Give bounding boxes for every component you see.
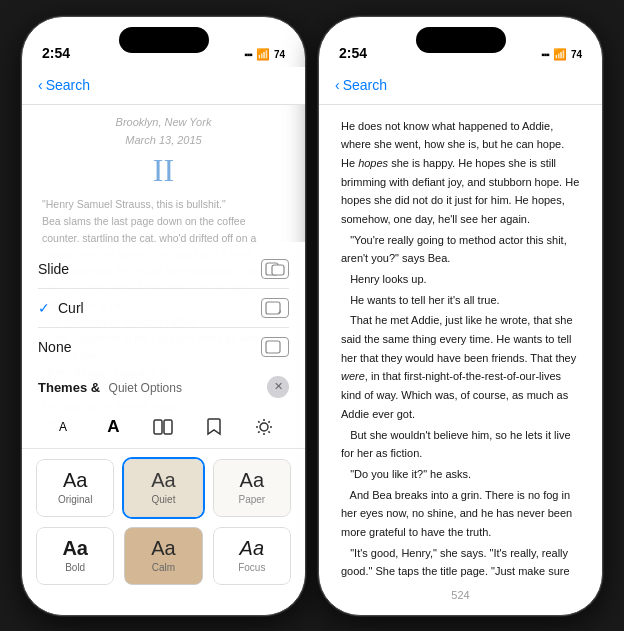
nav-bar-right: ‹ Search (319, 67, 602, 105)
bookmark-icon (207, 418, 221, 436)
none-icon (261, 337, 289, 357)
status-icons-right: ▪▪▪ 📶 74 (541, 48, 582, 61)
right-phone: 2:54 ▪▪▪ 📶 74 ‹ Search He does not know … (318, 16, 603, 616)
right-para-7: "Do you like it?" he asks. (341, 465, 580, 484)
right-para-9: "It's good, Henry," she says. "It's real… (341, 544, 580, 585)
slide-options: Slide ✓ Curl None (22, 250, 305, 366)
theme-bold[interactable]: Aa Bold (34, 525, 116, 587)
signal-icon-right: ▪▪▪ (541, 49, 549, 60)
curl-icon (261, 298, 289, 318)
font-increase-button[interactable]: A (95, 412, 131, 442)
themes-header: Themes & Quiet Options ✕ (22, 372, 305, 406)
themes-title: Themes & (38, 380, 100, 395)
right-para-2: "You're really going to method actor thi… (341, 231, 580, 268)
theme-quiet-aa: Aa (151, 470, 175, 490)
theme-quiet-inner: Aa Quiet (124, 459, 202, 517)
svg-line-13 (268, 421, 269, 422)
back-label-right: Search (343, 77, 387, 93)
theme-paper-aa: Aa (240, 470, 264, 490)
time-right: 2:54 (339, 45, 367, 61)
slide-option-slide[interactable]: Slide (38, 250, 289, 289)
theme-bold-aa: Aa (62, 538, 88, 558)
left-phone: 2:54 ▪▪▪ 📶 74 ‹ Search Brooklyn, New Yor… (21, 16, 306, 616)
theme-focus[interactable]: Aa Focus (211, 525, 293, 587)
columns-button[interactable] (145, 412, 181, 442)
checkmark-icon: ✓ (38, 300, 50, 316)
right-para-5: That he met Addie, just like he wrote, t… (341, 311, 580, 423)
theme-bold-label: Bold (65, 562, 85, 573)
battery-right: 74 (571, 49, 582, 60)
themes-grid: Aa Original Aa Quiet Aa Paper (22, 457, 305, 595)
theme-original[interactable]: Aa Original (34, 457, 116, 519)
back-label-left: Search (46, 77, 90, 93)
bookmark-button[interactable] (196, 412, 232, 442)
theme-original-aa: Aa (63, 470, 87, 490)
theme-calm-label: Calm (152, 562, 175, 573)
brightness-icon (255, 418, 273, 436)
theme-bold-inner: Aa Bold (36, 527, 114, 585)
slide-label: Slide (38, 261, 69, 277)
slide-option-none[interactable]: None (38, 328, 289, 366)
right-para-1: He does not know what happened to Addie,… (341, 117, 580, 229)
theme-quiet[interactable]: Aa Quiet (122, 457, 204, 519)
book-para-1: "Henry Samuel Strauss, this is bullshit.… (42, 196, 285, 213)
right-para-6: But she wouldn't believe him, so he lets… (341, 426, 580, 463)
svg-line-14 (258, 431, 259, 432)
svg-point-6 (260, 423, 268, 431)
back-button-right[interactable]: ‹ Search (335, 77, 387, 93)
theme-calm[interactable]: Aa Calm (122, 525, 204, 587)
back-button-left[interactable]: ‹ Search (38, 77, 90, 93)
quiet-options-subtitle: Quiet Options (109, 381, 182, 395)
svg-rect-3 (266, 341, 280, 353)
slide-option-curl[interactable]: ✓ Curl (38, 289, 289, 328)
theme-calm-aa: Aa (151, 538, 175, 558)
theme-focus-label: Focus (238, 562, 265, 573)
chapter-number: II (42, 153, 285, 188)
font-large-label: A (107, 417, 119, 437)
chevron-left-icon-right: ‹ (335, 77, 340, 93)
svg-line-11 (258, 421, 259, 422)
close-button[interactable]: ✕ (267, 376, 289, 398)
toolbar-row: A A (22, 406, 305, 449)
right-para-3: Henry looks up. (341, 270, 580, 289)
font-decrease-button[interactable]: A (45, 412, 81, 442)
curl-label: Curl (58, 300, 84, 316)
chevron-left-icon: ‹ (38, 77, 43, 93)
svg-rect-2 (266, 302, 280, 314)
brightness-button[interactable] (246, 412, 282, 442)
theme-quiet-label: Quiet (152, 494, 176, 505)
overlay-panel: Slide ✓ Curl None (22, 242, 305, 615)
themes-title-row: Themes & Quiet Options (38, 378, 182, 396)
page-number: 524 (451, 589, 469, 601)
svg-rect-1 (272, 265, 284, 275)
font-small-label: A (59, 420, 67, 434)
signal-icon-left: ▪▪▪ (244, 49, 252, 60)
theme-paper[interactable]: Aa Paper (211, 457, 293, 519)
status-icons-left: ▪▪▪ 📶 74 (244, 48, 285, 61)
right-para-8: And Bea breaks into a grin. There is no … (341, 486, 580, 542)
battery-left: 74 (274, 49, 285, 60)
svg-line-12 (268, 431, 269, 432)
theme-original-label: Original (58, 494, 92, 505)
dynamic-island-right (416, 27, 506, 53)
none-label: None (38, 339, 71, 355)
svg-rect-4 (154, 420, 162, 434)
wifi-icon-right: 📶 (553, 48, 567, 61)
columns-icon (153, 419, 173, 435)
dynamic-island (119, 27, 209, 53)
theme-paper-label: Paper (238, 494, 265, 505)
right-para-4: He wants to tell her it's all true. (341, 291, 580, 310)
theme-focus-aa: Aa (240, 538, 264, 558)
theme-original-inner: Aa Original (36, 459, 114, 517)
theme-calm-inner: Aa Calm (124, 527, 202, 585)
time-left: 2:54 (42, 45, 70, 61)
theme-focus-inner: Aa Focus (213, 527, 291, 585)
right-book-content: He does not know what happened to Addie,… (319, 105, 602, 585)
svg-rect-5 (164, 420, 172, 434)
nav-bar-left: ‹ Search (22, 67, 305, 105)
theme-paper-inner: Aa Paper (213, 459, 291, 517)
slide-icon (261, 259, 289, 279)
phones-container: 2:54 ▪▪▪ 📶 74 ‹ Search Brooklyn, New Yor… (21, 16, 603, 616)
chapter-location: Brooklyn, New YorkMarch 13, 2015 (42, 113, 285, 149)
wifi-icon-left: 📶 (256, 48, 270, 61)
